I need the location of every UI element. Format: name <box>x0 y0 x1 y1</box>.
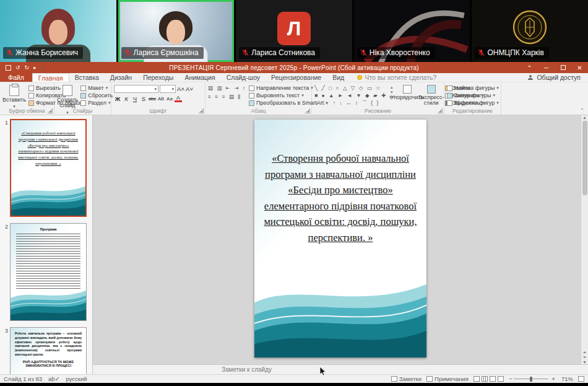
start-slideshow-icon[interactable]: ▸ <box>33 65 37 71</box>
font-size-combobox[interactable]: ▾ <box>160 85 176 93</box>
thumbnail-caps-text: РНП АДАПТУЄТЬСЯ ТА МОЖЕ ЗМІНЮВАТИСЯ В ПР… <box>11 357 86 367</box>
qat-customize-icon[interactable]: ▾ <box>41 65 44 71</box>
comments-icon <box>426 376 433 382</box>
share-button[interactable]: Общий доступ <box>520 73 588 82</box>
notes-placeholder: Заметки к слайду <box>222 366 272 373</box>
collapse-ribbon-icon[interactable]: ⌃ <box>580 108 584 113</box>
tab-transitions[interactable]: Переходы <box>137 73 179 82</box>
save-icon[interactable] <box>6 65 11 71</box>
slide-title-text[interactable]: «Створення робочої навчальної програми з… <box>254 120 426 245</box>
zoom-level[interactable]: 71% <box>561 375 573 382</box>
current-slide[interactable]: «Створення робочої навчальної програми з… <box>254 120 426 357</box>
tab-review[interactable]: Рецензирование <box>266 73 327 82</box>
language-indicator[interactable]: русский <box>66 375 87 382</box>
select-button[interactable]: Выделить▾ <box>447 100 498 106</box>
font-dialog-launcher[interactable] <box>199 108 204 113</box>
reset-button[interactable]: Сбросить <box>80 92 113 99</box>
increase-font-size-icon[interactable]: A˄ <box>177 86 184 93</box>
arrange-button[interactable]: Упорядочить <box>397 84 418 100</box>
shapes-gallery-row[interactable]: ■ ● ▲ ► ◄ ▼ ◆ ▰ ✚ <box>314 92 387 99</box>
bold-button[interactable]: Ж <box>114 95 121 102</box>
next-slide-icon[interactable]: ⏷ <box>583 355 587 360</box>
tab-home[interactable]: Главная <box>32 73 69 82</box>
ribbon-display-options-icon[interactable]: ⌃ <box>521 62 538 73</box>
participant-tile[interactable]: Жанна Борисевич <box>0 0 116 62</box>
tab-design[interactable]: Дизайн <box>105 73 137 82</box>
decrease-font-size-icon[interactable]: A˅ <box>186 86 193 93</box>
paragraph-dialog-launcher[interactable] <box>305 108 310 113</box>
scroll-down-icon[interactable]: ▼ <box>582 360 587 364</box>
layout-button[interactable]: Макет▾ <box>80 85 113 91</box>
participant-tile[interactable]: Ніка Хворостенко <box>354 0 470 62</box>
scroll-up-icon[interactable]: ▲ <box>582 115 587 120</box>
slideshow-view-button[interactable] <box>498 376 504 382</box>
title-bar[interactable]: ↺ ↻ ▸ ▾ ПРЕЗЕНТАЦІЯ Серпневий педсовет 2… <box>0 62 588 73</box>
close-button[interactable]: ✕ <box>571 62 588 73</box>
alignment-icons[interactable]: ≡ ≡ ≡ ▤ ⫼ <box>208 94 246 100</box>
shapes-gallery-row[interactable]: ╲ ╱ □ ○ △ ▽ ◇ ▭ ☆ <box>314 85 387 92</box>
zoom-in-icon[interactable]: ＋ <box>550 375 556 383</box>
zoom-out-icon[interactable]: − <box>509 375 512 382</box>
fit-slide-to-window-button[interactable] <box>578 376 584 382</box>
participant-tile-active-speaker[interactable]: Лариса Єрмошкіна <box>118 0 235 62</box>
spellcheck-icon[interactable]: ab✓ <box>48 375 60 382</box>
comments-toggle-button[interactable]: Примечания <box>426 375 469 382</box>
redo-icon[interactable]: ↻ <box>25 65 30 71</box>
participant-tile[interactable]: ОНМЦПК Харків <box>472 0 588 62</box>
tab-file[interactable]: Файл <box>0 73 32 82</box>
thumbnail-body-text <box>16 234 80 291</box>
select-icon <box>447 100 452 106</box>
participant-name-label: Ніка Хворостенко <box>357 47 435 59</box>
tab-view[interactable]: Вид <box>327 73 350 82</box>
quick-styles-label: Экспресс-стили <box>418 95 444 107</box>
notes-toggle-button[interactable]: Заметки <box>391 375 422 382</box>
change-case-button[interactable]: Аа <box>166 95 173 102</box>
tab-insert[interactable]: Вставка <box>69 73 105 82</box>
clipboard-dialog-launcher[interactable] <box>48 108 53 113</box>
vertical-scrollbar[interactable]: ▲ ⏶ ⏷ ▼ <box>581 115 588 364</box>
font-name-combobox[interactable]: ▾ <box>114 85 158 93</box>
quick-styles-button[interactable]: Экспресс-стили <box>420 84 443 107</box>
strikethrough-button[interactable]: abc <box>149 95 156 102</box>
font-color-button[interactable]: А <box>175 95 182 102</box>
shapes-gallery-row[interactable]: ← → ↑ ↓ ↔ ↕ ⌒ { } <box>314 100 387 107</box>
slide-thumbnail-2[interactable]: Програма <box>10 223 87 321</box>
list-and-indent-icons[interactable]: ▤ ▥ ⇤ ⇥ ↕ <box>208 85 246 92</box>
tab-animations[interactable]: Анимация <box>179 73 220 82</box>
status-bar: Слайд 1 из 83 ab✓ русский Заметки Примеч… <box>0 374 588 383</box>
character-spacing-button[interactable]: АВ <box>157 95 165 102</box>
restore-button[interactable] <box>555 62 571 73</box>
paste-button[interactable]: Вставить ▾ <box>2 84 26 109</box>
reading-view-button[interactable] <box>490 376 496 382</box>
slide-thumbnail-3[interactable]: Робоча навчальна програма – основний док… <box>10 327 87 374</box>
section-button[interactable]: Раздел▾ <box>80 100 113 106</box>
slide-thumbnail-1[interactable]: «Створення робочої навчальної програми з… <box>10 119 87 217</box>
ribbon-group-clipboard: Вставить ▾ Вырезать Копировать▾ Формат п… <box>0 82 54 115</box>
group-label-slides: Слайды <box>54 108 111 114</box>
previous-slide-icon[interactable]: ⏶ <box>583 350 587 355</box>
text-shadow-button[interactable]: S <box>140 95 147 102</box>
zoom-slider[interactable] <box>514 379 548 379</box>
normal-view-button[interactable] <box>473 376 480 382</box>
slide-sorter-view-button[interactable] <box>482 376 488 382</box>
underline-button[interactable]: Ч <box>131 95 139 102</box>
slide-thumbnail-panel[interactable]: 1 «Створення робочої навчальної програми… <box>0 115 93 374</box>
find-button[interactable]: Найти <box>447 85 498 91</box>
scrollbar-thumb[interactable] <box>582 121 587 195</box>
participant-tile[interactable]: Л Лариса Сотникова <box>236 0 352 62</box>
replace-button[interactable]: Заменить▾ <box>447 92 498 99</box>
tell-me-box[interactable]: Что вы хотите сделать? <box>357 73 436 82</box>
tab-slideshow[interactable]: Слайд-шоу <box>221 73 266 82</box>
italic-button[interactable]: К <box>123 95 130 102</box>
zoom-slider-thumb[interactable] <box>530 377 532 382</box>
find-icon <box>447 86 452 91</box>
person-icon <box>527 74 534 81</box>
gallery-up-icon[interactable]: ▴ <box>391 85 393 90</box>
drawing-dialog-launcher[interactable] <box>438 108 443 113</box>
notes-pane[interactable]: Заметки к слайду <box>93 364 588 374</box>
layout-icon <box>80 86 86 91</box>
window-controls: ⌃ ─ ✕ <box>521 62 588 73</box>
minimize-button[interactable]: ─ <box>538 62 555 73</box>
undo-icon[interactable]: ↺ <box>15 65 20 71</box>
slide-editing-area[interactable]: «Створення робочої навчальної програми з… <box>93 115 588 364</box>
